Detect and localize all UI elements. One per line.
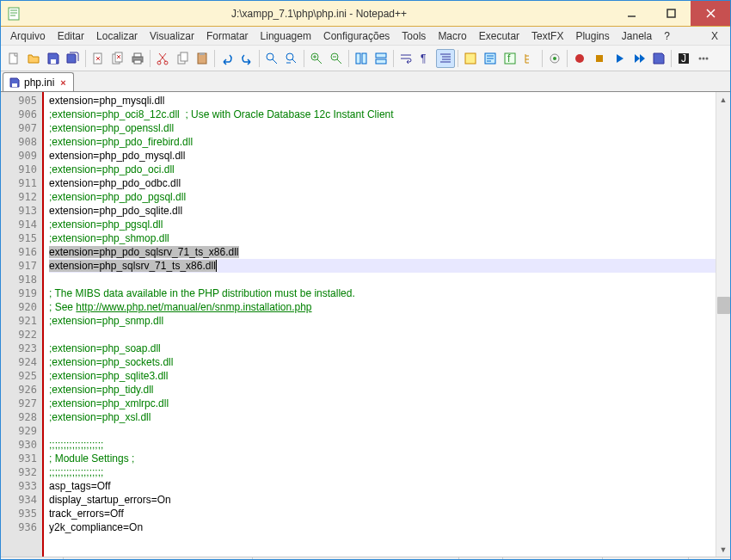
toolbar: ¶ f J — [1, 46, 730, 71]
svg-text:J: J — [681, 52, 686, 65]
menu-janela[interactable]: Janela — [616, 30, 658, 42]
menu-configuracoes[interactable]: Configurações — [317, 30, 396, 42]
menu-help[interactable]: ? — [658, 30, 676, 42]
open-file-icon[interactable] — [24, 49, 43, 68]
paste-icon[interactable] — [193, 49, 212, 68]
window-title: J:\xampp_7.1\php\php.ini - Notepad++ — [27, 8, 611, 20]
svg-rect-2 — [9, 53, 17, 64]
sync-v-icon[interactable] — [352, 49, 371, 68]
menubar: Arquivo Editar Localizar Visualizar Form… — [1, 27, 730, 46]
lang-user-icon[interactable] — [461, 49, 480, 68]
tab-close-icon[interactable]: × — [58, 77, 68, 88]
tab-label: php.ini — [24, 77, 54, 89]
scroll-up-icon[interactable]: ▲ — [716, 92, 730, 107]
svg-point-16 — [267, 53, 273, 60]
menu-executar[interactable]: Executar — [473, 30, 525, 42]
wordwrap-icon[interactable] — [396, 49, 415, 68]
svg-rect-25 — [465, 53, 476, 64]
menu-linguagem[interactable]: Linguagem — [255, 30, 317, 42]
svg-rect-15 — [200, 52, 205, 55]
show-all-chars-icon[interactable]: ¶ — [416, 49, 435, 68]
replace-icon[interactable] — [282, 49, 301, 68]
menu-tools[interactable]: Tools — [396, 30, 432, 42]
redo-icon[interactable] — [237, 49, 256, 68]
titlebar: J:\xampp_7.1\php\php.ini - Notepad++ — [1, 1, 730, 27]
statusbar: MS ini file length : 74.810 lines : 1.99… — [1, 557, 730, 560]
svg-rect-21 — [362, 53, 366, 64]
record-icon[interactable] — [570, 49, 589, 68]
save-icon[interactable] — [44, 49, 63, 68]
svg-point-35 — [699, 57, 702, 59]
svg-rect-8 — [134, 53, 141, 57]
vertical-scrollbar[interactable]: ▲ ▼ — [716, 92, 730, 557]
stop-record-icon[interactable] — [590, 49, 609, 68]
svg-point-31 — [575, 54, 584, 63]
menu-textfx[interactable]: TextFX — [525, 30, 569, 42]
find-icon[interactable] — [262, 49, 281, 68]
svg-text:¶: ¶ — [421, 52, 426, 65]
indent-guide-icon[interactable] — [436, 49, 455, 68]
svg-point-37 — [706, 57, 709, 59]
svg-rect-32 — [596, 55, 603, 62]
svg-point-36 — [703, 57, 705, 59]
maximize-button[interactable] — [651, 1, 691, 26]
svg-rect-23 — [376, 59, 386, 64]
file-icon — [9, 77, 21, 89]
menu-visualizar[interactable]: Visualizar — [144, 30, 200, 42]
cut-icon[interactable] — [153, 49, 172, 68]
svg-rect-38 — [12, 83, 17, 87]
svg-point-17 — [286, 53, 293, 60]
sync-h-icon[interactable] — [372, 49, 390, 68]
play-macro-icon[interactable] — [610, 49, 629, 68]
svg-rect-1 — [667, 9, 675, 17]
editor: 9059069079089099109119129139149159169179… — [1, 92, 730, 557]
zoom-out-icon[interactable] — [327, 49, 346, 68]
svg-rect-3 — [51, 59, 56, 64]
print-icon[interactable] — [128, 49, 147, 68]
svg-rect-22 — [376, 53, 386, 58]
svg-rect-13 — [181, 52, 187, 61]
svg-rect-20 — [356, 53, 360, 64]
menu-macro[interactable]: Macro — [432, 30, 472, 42]
scroll-down-icon[interactable]: ▼ — [716, 542, 730, 557]
tabbar: php.ini × — [1, 71, 730, 92]
func-list-icon[interactable]: f — [501, 49, 519, 68]
minimize-button[interactable] — [611, 1, 651, 26]
menu-localizar[interactable]: Localizar — [90, 30, 144, 42]
zoom-in-icon[interactable] — [307, 49, 326, 68]
new-file-icon[interactable] — [4, 49, 23, 68]
plugin-icon[interactable]: J — [674, 49, 693, 68]
close-all-icon[interactable] — [108, 49, 127, 68]
menu-editar[interactable]: Editar — [52, 30, 90, 42]
line-gutter: 9059069079089099109119129139149159169179… — [1, 92, 44, 557]
svg-point-30 — [553, 57, 556, 60]
menu-x-button[interactable]: X — [703, 30, 727, 42]
app-icon — [1, 7, 27, 21]
code-area[interactable]: extension=php_mysqli.dll;extension=php_o… — [44, 92, 716, 557]
svg-rect-9 — [134, 60, 141, 64]
copy-icon[interactable] — [173, 49, 192, 68]
save-macro-icon[interactable] — [649, 49, 668, 68]
tab-php-ini[interactable]: php.ini × — [3, 72, 74, 91]
menu-plugins[interactable]: Plugins — [569, 30, 615, 42]
play-multi-icon[interactable] — [630, 49, 648, 68]
save-all-icon[interactable] — [64, 49, 83, 68]
menu-arquivo[interactable]: Arquivo — [4, 30, 52, 42]
doc-map-icon[interactable] — [481, 49, 500, 68]
scroll-thumb[interactable] — [717, 297, 730, 314]
close-file-icon[interactable] — [89, 49, 108, 68]
undo-icon[interactable] — [218, 49, 236, 68]
more-icon[interactable] — [694, 49, 713, 68]
monitoring-icon[interactable] — [545, 49, 564, 68]
folder-tree-icon[interactable] — [520, 49, 539, 68]
svg-rect-0 — [9, 8, 19, 20]
menu-formatar[interactable]: Formatar — [200, 30, 255, 42]
close-button[interactable] — [691, 1, 730, 26]
